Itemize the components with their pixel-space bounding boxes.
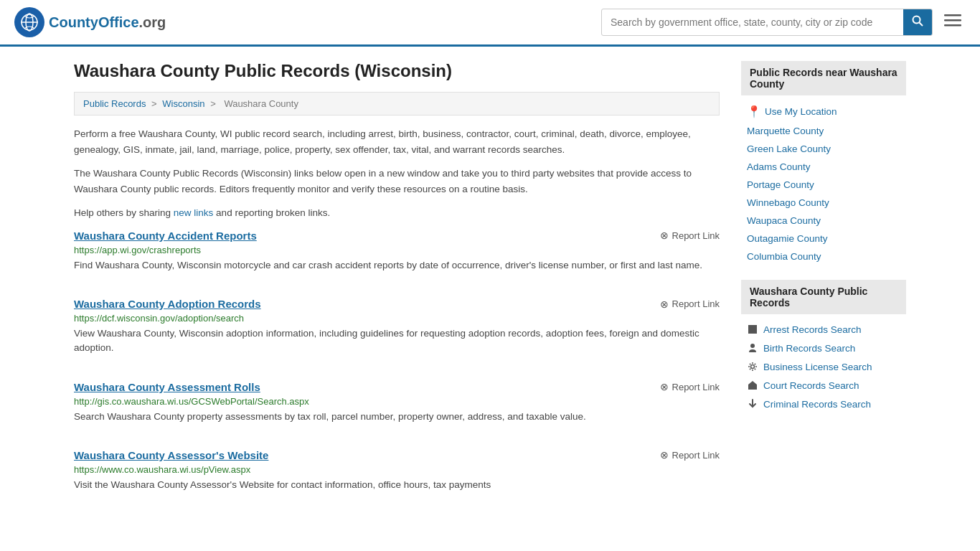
svg-marker-13: [748, 381, 757, 385]
report-link-label-2: Report Link: [672, 382, 720, 392]
report-link-label-3: Report Link: [672, 450, 720, 461]
record-entry-3: Waushara County Assessor's Website ⊗ Rep…: [74, 449, 720, 499]
new-links-link[interactable]: new links: [174, 207, 214, 218]
record-link-1[interactable]: Birth Records Search: [763, 343, 855, 354]
nearby-county-link-7[interactable]: Columbia County: [747, 251, 821, 262]
report-link-0[interactable]: ⊗ Report Link: [660, 230, 720, 241]
svg-point-11: [751, 365, 755, 369]
nearby-county-4[interactable]: Winnebago County: [741, 194, 906, 212]
use-location[interactable]: 📍 Use My Location: [741, 101, 906, 122]
record-link-item-3[interactable]: Court Records Search: [741, 376, 906, 395]
record-url-3[interactable]: https://www.co.waushara.wi.us/pView.aspx: [74, 464, 720, 475]
breadcrumb: Public Records > Wisconsin > Waushara Co…: [74, 92, 720, 116]
nearby-county-0[interactable]: Marquette County: [741, 122, 906, 140]
menu-icon[interactable]: [940, 9, 966, 36]
search-bar: [601, 9, 933, 36]
report-link-2[interactable]: ⊗ Report Link: [660, 381, 720, 392]
nearby-county-link-0[interactable]: Marquette County: [747, 126, 824, 136]
waushara-records-header: Waushara County Public Records: [741, 280, 906, 314]
record-header-3: Waushara County Assessor's Website ⊗ Rep…: [74, 449, 720, 461]
record-link-icon-4: [747, 398, 758, 410]
report-link-icon-0: ⊗: [660, 230, 669, 241]
record-link-0[interactable]: Arrest Records Search: [763, 324, 862, 335]
waushara-records-section: Waushara County Public Records Arrest Re…: [741, 280, 906, 413]
location-icon: 📍: [747, 105, 761, 118]
header-right: [601, 9, 966, 36]
nearby-county-3[interactable]: Portage County: [741, 176, 906, 194]
svg-line-5: [920, 23, 923, 27]
record-link-icon-3: [747, 380, 758, 391]
sidebar: Public Records near Waushara County 📍 Us…: [741, 61, 906, 517]
nearby-county-2[interactable]: Adams County: [741, 158, 906, 176]
logo-icon: [14, 7, 44, 37]
record-entry-0: Waushara County Accident Reports ⊗ Repor…: [74, 230, 720, 280]
breadcrumb-wisconsin[interactable]: Wisconsin: [162, 98, 204, 109]
record-title-3[interactable]: Waushara County Assessor's Website: [74, 449, 268, 461]
record-entry-2: Waushara County Assessment Rolls ⊗ Repor…: [74, 381, 720, 431]
record-links-list: Arrest Records Search Birth Records Sear…: [741, 320, 906, 413]
svg-point-10: [750, 344, 755, 348]
nearby-county-1[interactable]: Green Lake County: [741, 140, 906, 158]
nearby-section: Public Records near Waushara County 📍 Us…: [741, 61, 906, 265]
intro-text-1: Perform a free Waushara County, WI publi…: [74, 126, 720, 157]
svg-rect-6: [944, 14, 961, 17]
breadcrumb-public-records[interactable]: Public Records: [83, 98, 146, 109]
svg-rect-12: [748, 385, 757, 390]
record-title-1[interactable]: Waushara County Adoption Records: [74, 298, 261, 310]
report-link-icon-2: ⊗: [660, 381, 669, 392]
intro-text-2: The Waushara County Public Records (Wisc…: [74, 166, 720, 197]
logo-text: CountyOffice.org: [49, 14, 166, 31]
nearby-county-link-6[interactable]: Outagamie County: [747, 233, 828, 244]
record-link-icon-2: [747, 361, 758, 372]
record-title-0[interactable]: Waushara County Accident Reports: [74, 230, 257, 242]
nearby-county-5[interactable]: Waupaca County: [741, 212, 906, 230]
record-url-0[interactable]: https://app.wi.gov/crashreports: [74, 245, 720, 255]
nearby-county-6[interactable]: Outagamie County: [741, 230, 906, 248]
record-link-4[interactable]: Criminal Records Search: [763, 399, 871, 410]
svg-rect-9: [748, 325, 757, 334]
nearby-county-link-1[interactable]: Green Lake County: [747, 143, 831, 154]
nearby-county-link-2[interactable]: Adams County: [747, 161, 811, 172]
content-area: Waushara County Public Records (Wisconsi…: [74, 61, 720, 517]
report-link-icon-1: ⊗: [660, 298, 669, 310]
record-link-2[interactable]: Business License Search: [763, 362, 872, 372]
record-desc-1: View Waushara County, Wisconsin adoption…: [74, 326, 720, 356]
record-link-item-1[interactable]: Birth Records Search: [741, 339, 906, 357]
record-link-item-0[interactable]: Arrest Records Search: [741, 320, 906, 339]
nearby-county-link-5[interactable]: Waupaca County: [747, 215, 821, 226]
nearby-header: Public Records near Waushara County: [741, 61, 906, 95]
record-url-1[interactable]: https://dcf.wisconsin.gov/adoption/searc…: [74, 313, 720, 324]
record-desc-2: Search Waushara County property assessme…: [74, 410, 720, 424]
report-link-3[interactable]: ⊗ Report Link: [660, 449, 720, 461]
svg-rect-8: [944, 24, 961, 27]
svg-point-4: [913, 17, 920, 24]
record-entry-1: Waushara County Adoption Records ⊗ Repor…: [74, 298, 720, 363]
search-button[interactable]: [903, 9, 932, 35]
search-input[interactable]: [602, 11, 903, 34]
records-container: Waushara County Accident Reports ⊗ Repor…: [74, 230, 720, 499]
nearby-counties-list: Marquette CountyGreen Lake CountyAdams C…: [741, 122, 906, 265]
page-title: Waushara County Public Records (Wisconsi…: [74, 61, 720, 81]
record-header-2: Waushara County Assessment Rolls ⊗ Repor…: [74, 381, 720, 393]
report-link-label-0: Report Link: [672, 230, 720, 241]
nearby-county-7[interactable]: Columbia County: [741, 248, 906, 265]
report-link-1[interactable]: ⊗ Report Link: [660, 298, 720, 310]
logo-area: CountyOffice.org: [14, 7, 166, 37]
record-header-1: Waushara County Adoption Records ⊗ Repor…: [74, 298, 720, 310]
record-url-2[interactable]: http://gis.co.waushara.wi.us/GCSWebPorta…: [74, 396, 720, 407]
svg-rect-7: [944, 19, 961, 22]
main-container: Waushara County Public Records (Wisconsi…: [60, 47, 920, 532]
breadcrumb-current: Waushara County: [224, 98, 298, 109]
use-location-link[interactable]: Use My Location: [765, 106, 837, 117]
record-desc-3: Visit the Waushara County Assessor's Web…: [74, 478, 720, 492]
record-link-item-4[interactable]: Criminal Records Search: [741, 395, 906, 413]
nearby-county-link-4[interactable]: Winnebago County: [747, 197, 829, 208]
record-link-3[interactable]: Court Records Search: [763, 380, 859, 391]
report-link-label-1: Report Link: [672, 298, 720, 309]
site-header: CountyOffice.org: [0, 0, 980, 47]
nearby-county-link-3[interactable]: Portage County: [747, 179, 814, 190]
report-link-icon-3: ⊗: [660, 449, 669, 461]
record-title-2[interactable]: Waushara County Assessment Rolls: [74, 381, 260, 393]
record-desc-0: Find Waushara County, Wisconsin motorcyc…: [74, 258, 720, 273]
record-link-item-2[interactable]: Business License Search: [741, 357, 906, 376]
